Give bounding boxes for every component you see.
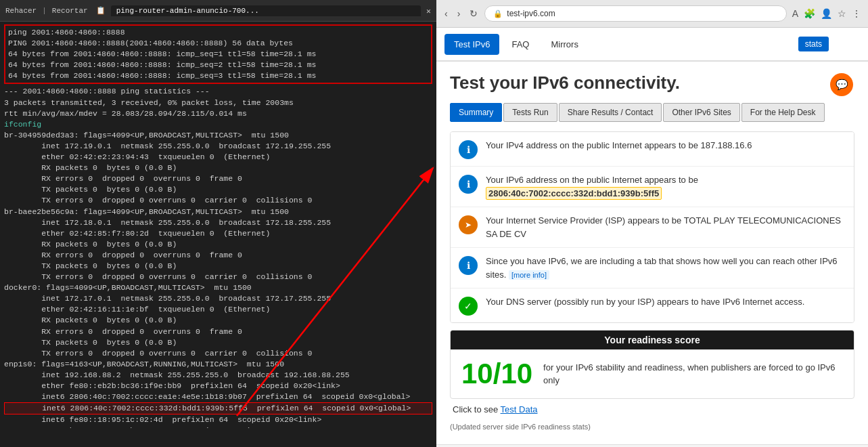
terminal-tab-rehacer[interactable]: Rehacer [5,7,37,15]
dns-info-text: Your DNS server (possibly run by your IS… [486,295,846,309]
readiness-header: Your readiness score [451,331,854,349]
browser-refresh-button[interactable]: ↻ [467,7,480,20]
content-tabs: Summary Tests Run Share Results / Contac… [450,103,854,122]
translate-icon[interactable]: A [791,7,800,20]
nav-faq[interactable]: FAQ [502,34,539,55]
url-text: test-ipv6.com [507,9,555,18]
terminal-panel: Rehacer | Recortar 📋 ping-router-admin-a… [0,0,436,447]
browser-panel: ‹ › ↻ 🔒 test-ipv6.com A 🧩 👤 ☆ ⋮ Test IPv… [436,0,868,447]
dns-info-row: ✓ Your DNS server (possibly run by your … [451,289,854,322]
browser-forward-button[interactable]: › [455,7,463,20]
tab-tests-run[interactable]: Tests Run [503,103,557,122]
menu-icon[interactable]: ⋮ [850,7,863,20]
isp-arrow-icon: ➤ [459,215,478,234]
browser-chrome: ‹ › ↻ 🔒 test-ipv6.com A 🧩 👤 ☆ ⋮ [436,0,868,28]
browser-nav-bar: ‹ › ↻ 🔒 test-ipv6.com A 🧩 👤 ☆ ⋮ [436,0,868,27]
browser-address-bar[interactable]: 🔒 test-ipv6.com [484,5,786,22]
chat-icon-button[interactable]: 💬 [830,73,853,96]
test-data-link[interactable]: Test Data [501,404,538,414]
readiness-description: for your IPv6 stability and readiness, w… [543,361,843,387]
tab-summary[interactable]: Summary [450,103,502,122]
nav-mirrors[interactable]: Mirrors [541,34,587,55]
page-title: Test your IPv6 connectivity. [450,72,854,93]
nav-test-ipv6[interactable]: Test IPv6 [444,34,499,55]
terminal-tab-bar: Rehacer | Recortar 📋 ping-router-admin-a… [0,0,436,22]
extension-icon[interactable]: 🧩 [802,7,817,20]
tab-other-ipv6[interactable]: Other IPv6 Sites [663,103,739,122]
lock-icon: 🔒 [493,9,503,18]
ipv6-text-before: Your IPv6 address on the public Internet… [486,175,698,185]
ipv6-info-row: ℹ Your IPv6 address on the public Intern… [451,167,854,207]
terminal-output: ping 2001:4860:4860::8888 PING 2001:4860… [0,22,436,428]
isp-info-text: Your Internet Service Provider (ISP) app… [486,214,846,240]
dns-check-icon: ✓ [459,297,478,316]
highlighted-inet6-line: inet6 2806:40c:7002:cccc:332d:bdd1:939b:… [4,402,432,414]
terminal-recortar-btn[interactable]: Recortar [52,7,88,15]
tab-share-results[interactable]: Share Results / Contact [559,103,662,122]
more-info-row: ℹ Since you have IPv6, we are including … [451,248,854,289]
terminal-close-icon[interactable]: ✕ [426,6,431,16]
ipv6-address-highlight: 2806:40c:7002:cccc:332d:bdd1:939b:5ff5 [486,187,662,200]
site-main-content: Test your IPv6 connectivity. Summary Tes… [436,62,868,444]
more-info-icon: ℹ [459,256,478,275]
test-data-section: Click to see Test Data [450,399,854,420]
ping-output-box: ping 2001:4860:4860::8888 PING 2001:4860… [4,24,432,84]
ipv4-info-row: ℹ Your IPv4 address on the public Intern… [451,132,854,167]
info-results-block: ℹ Your IPv4 address on the public Intern… [450,131,854,323]
profile-icon[interactable]: 👤 [819,7,833,20]
website-content: Test IPv6 FAQ Mirrors stats 💬 Test your … [436,28,868,447]
browser-toolbar: A 🧩 👤 ☆ ⋮ [791,7,863,20]
ipv4-info-icon: ℹ [459,140,478,159]
stats-button[interactable]: stats [798,37,829,51]
more-info-text: Since you have IPv6, we are including a … [486,255,846,281]
more-info-link[interactable]: [more info] [509,270,549,280]
terminal-tab-active[interactable]: ping-router-admin-anuncio-700... [111,5,421,16]
readiness-score: 10/10 [461,358,532,390]
site-nav: Test IPv6 FAQ Mirrors stats 💬 [436,28,868,62]
ipv6-info-text: Your IPv6 address on the public Internet… [486,173,846,200]
test-data-text: Click to see [453,404,501,414]
isp-info-row: ➤ Your Internet Service Provider (ISP) a… [451,207,854,248]
updated-note: (Updated server side IPv6 readiness stat… [450,420,854,433]
readiness-body: 10/10 for your IPv6 stability and readin… [451,349,854,398]
tab-help-desk[interactable]: For the Help Desk [741,103,825,122]
favorites-icon[interactable]: ☆ [836,7,848,20]
browser-back-button[interactable]: ‹ [442,7,451,20]
readiness-score-section: Your readiness score 10/10 for your IPv6… [450,330,854,399]
ipv4-info-text: Your IPv4 address on the public Internet… [486,139,846,152]
ipv6-info-icon: ℹ [459,175,478,194]
site-footer: This instance (miami.test-ipv6.com) is h… [436,444,868,447]
